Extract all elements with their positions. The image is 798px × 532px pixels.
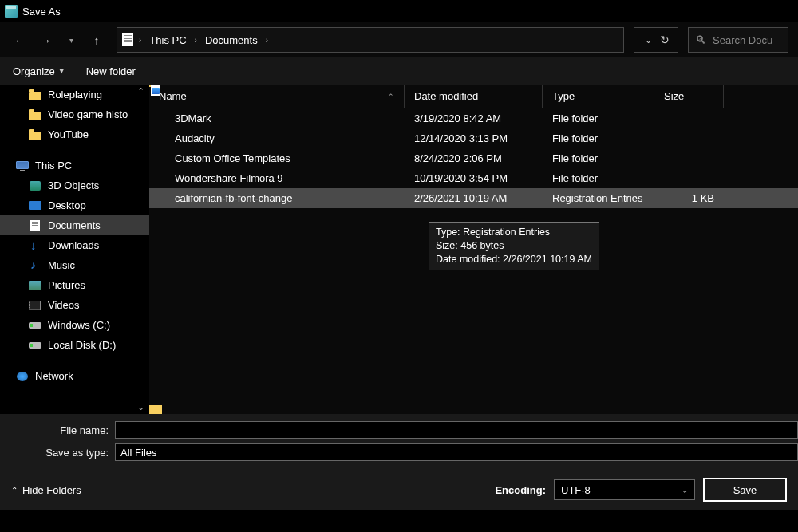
scroll-up-icon[interactable]: ⌃ [137, 86, 144, 97]
recent-dropdown[interactable]: ▾ [61, 30, 81, 50]
sidebar-item-label: Music [48, 259, 75, 271]
column-label: Type [552, 90, 575, 102]
drive-icon [29, 320, 41, 331]
up-button[interactable]: ↑ [86, 30, 107, 50]
sidebar-item[interactable]: Downloads [0, 235, 149, 255]
sidebar-item[interactable]: Windows (C:) [0, 315, 149, 335]
file-row[interactable]: 3DMark3/19/2020 8:42 AMFile folder [149, 108, 798, 128]
file-name: californian-fb-font-change [175, 192, 292, 204]
file-type-cell: File folder [543, 132, 654, 144]
filename-row: File name: [0, 419, 798, 441]
chevron-right-icon[interactable]: › [194, 36, 198, 45]
folder-icon [29, 109, 41, 120]
file-tooltip: Type: Registration Entries Size: 456 byt… [429, 222, 599, 270]
file-name-cell: Audacity [149, 132, 405, 144]
file-row[interactable]: Wondershare Filmora 910/19/2020 3:54 PMF… [149, 168, 798, 188]
organize-button[interactable]: Organize ▼ [13, 65, 65, 77]
drive-icon [29, 340, 41, 351]
encoding-value: UTF-8 [561, 484, 591, 496]
title-bar: Save As [0, 0, 798, 22]
chevron-right-icon[interactable]: › [265, 36, 269, 45]
window-title: Save As [22, 6, 61, 18]
hide-folders-label: Hide Folders [22, 484, 81, 496]
column-type[interactable]: Type [543, 85, 654, 108]
file-name-cell: Wondershare Filmora 9 [149, 172, 405, 184]
new-folder-button[interactable]: New folder [86, 65, 136, 77]
chevron-right-icon[interactable]: › [138, 36, 142, 45]
sidebar-item[interactable]: Videos [0, 295, 149, 315]
folder-icon [29, 129, 41, 140]
column-label: Name [159, 90, 187, 102]
organize-label: Organize [13, 65, 55, 77]
save-form: File name: Save as type: All Files [0, 414, 798, 470]
chevron-down-icon: ▼ [58, 67, 65, 75]
sidebar-item-label: Video game histo [48, 108, 128, 120]
file-list: Name ⌃ Date modified Type Size 3DMark3/1… [149, 85, 798, 414]
sidebar-item[interactable]: Desktop [0, 195, 149, 215]
sidebar-network[interactable]: Network [0, 366, 149, 386]
file-size-cell: 1 KB [654, 192, 724, 204]
back-button[interactable]: ← [10, 30, 30, 50]
encoding-select[interactable]: UTF-8 ⌄ [554, 479, 695, 500]
file-row[interactable]: californian-fb-font-change2/26/2021 10:1… [149, 188, 798, 208]
savetype-row: Save as type: All Files [0, 441, 798, 463]
footer: ⌃ Hide Folders Encoding: UTF-8 ⌄ Save [0, 470, 798, 510]
sidebar-item[interactable]: Video game histo [0, 104, 149, 124]
address-bar[interactable]: › This PC › Documents › [117, 27, 624, 53]
search-placeholder: Search Docu [713, 34, 772, 46]
location-doc-icon [122, 33, 133, 46]
file-date-cell: 3/19/2020 8:42 AM [405, 112, 543, 124]
column-headers: Name ⌃ Date modified Type Size [149, 85, 798, 108]
savetype-select[interactable]: All Files [115, 443, 798, 461]
savetype-label: Save as type: [0, 447, 109, 459]
sidebar-this-pc[interactable]: This PC [0, 156, 149, 175]
breadcrumb-current[interactable]: Documents [203, 33, 260, 48]
breadcrumb-thispc[interactable]: This PC [147, 33, 188, 48]
file-row[interactable]: Audacity12/14/2020 3:13 PMFile folder [149, 128, 798, 148]
scroll-down-icon[interactable]: ⌄ [137, 402, 144, 412]
search-icon: 🔍︎ [695, 33, 706, 46]
main-area: ⌃ RoleplayingVideo game histoYouTube Thi… [0, 85, 798, 414]
vid-icon [29, 300, 41, 311]
sidebar-item[interactable]: Pictures [0, 275, 149, 295]
file-date-cell: 12/14/2020 3:13 PM [405, 132, 543, 144]
sidebar-item[interactable]: 3D Objects [0, 175, 149, 195]
sidebar-item[interactable]: Music [0, 255, 149, 275]
file-row[interactable]: Custom Office Templates8/24/2020 2:06 PM… [149, 148, 798, 168]
filename-input[interactable] [115, 421, 798, 439]
navigation-sidebar: ⌃ RoleplayingVideo game histoYouTube Thi… [0, 85, 149, 414]
pc-icon [16, 160, 29, 171]
column-date[interactable]: Date modified [405, 85, 543, 108]
column-size[interactable]: Size [654, 85, 724, 108]
encoding-label: Encoding: [495, 484, 546, 496]
sidebar-item-label: YouTube [48, 128, 89, 140]
file-type-cell: File folder [543, 112, 654, 124]
search-input[interactable]: 🔍︎ Search Docu [688, 27, 788, 53]
file-name-cell: Custom Office Templates [149, 152, 405, 164]
tooltip-type: Type: Registration Entries [436, 226, 592, 239]
sidebar-item[interactable]: Documents [0, 215, 149, 235]
sidebar-item-label: Documents [48, 219, 101, 231]
sidebar-item[interactable]: Local Disk (D:) [0, 335, 149, 355]
obj-icon [29, 180, 41, 191]
file-type-cell: File folder [543, 152, 654, 164]
dl-icon [29, 240, 41, 251]
file-type-cell: File folder [543, 172, 654, 184]
sidebar-item[interactable]: Roleplaying [0, 85, 149, 104]
sidebar-item-label: Pictures [48, 279, 85, 291]
navigation-bar: ← → ▾ ↑ › This PC › Documents › ⌄ ↻ 🔍︎ S… [0, 22, 798, 57]
chevron-up-icon: ⌃ [11, 486, 18, 495]
column-name[interactable]: Name ⌃ [149, 85, 405, 108]
forward-button[interactable]: → [35, 30, 56, 50]
file-name: Custom Office Templates [175, 152, 290, 164]
save-button[interactable]: Save [703, 478, 787, 502]
address-history-dropdown[interactable]: ⌄ [640, 35, 657, 45]
file-date-cell: 2/26/2021 10:19 AM [405, 192, 543, 204]
sidebar-item[interactable]: YouTube [0, 124, 149, 144]
sidebar-item-label: Windows (C:) [48, 319, 110, 331]
hide-folders-button[interactable]: ⌃ Hide Folders [11, 484, 81, 496]
file-name-cell: californian-fb-font-change [149, 192, 405, 204]
refresh-button[interactable]: ↻ [658, 33, 671, 46]
app-icon [5, 5, 18, 18]
folder-icon [29, 89, 41, 100]
